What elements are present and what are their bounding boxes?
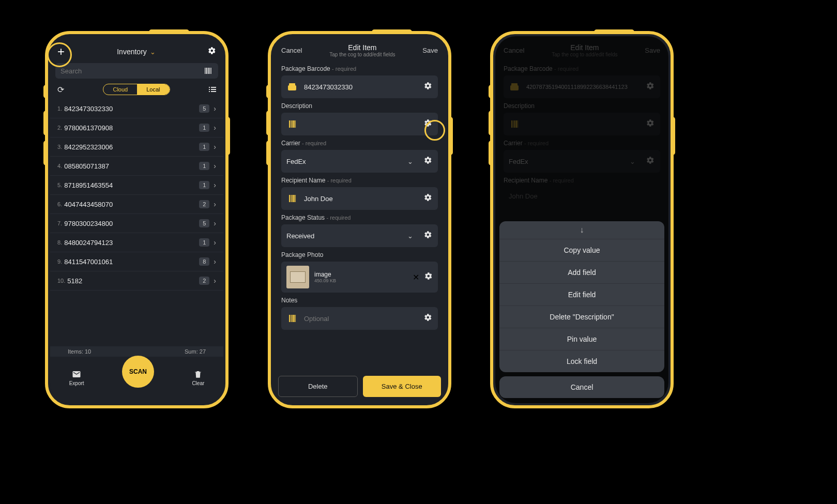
inventory-row[interactable]: 8.84800247941231› — [50, 233, 223, 252]
field-gear-button[interactable] — [423, 156, 433, 166]
row-count-badge: 1 — [199, 181, 209, 189]
field-gear-button[interactable] — [424, 272, 433, 282]
row-count-badge: 1 — [199, 162, 209, 170]
barcode-scan-icon[interactable] — [205, 68, 213, 74]
inventory-row[interactable]: 4.0858050713871› — [50, 157, 223, 176]
row-count-badge: 1 — [199, 143, 209, 151]
sheet-arrow-icon: ↓ — [499, 221, 664, 239]
row-barcode: 8423473032330 — [64, 105, 199, 113]
gear-icon — [423, 231, 433, 239]
barcode-field[interactable]: 8423473032330 — [281, 75, 438, 98]
chevron-right-icon: › — [214, 143, 216, 151]
field-gear-button[interactable] — [423, 231, 433, 241]
carrier-required: - required — [302, 140, 326, 146]
callout-gear-button — [424, 120, 445, 141]
inventory-row[interactable]: 10.51822› — [50, 271, 223, 291]
row-barcode: 4047443458070 — [64, 201, 199, 208]
description-field[interactable] — [281, 113, 438, 135]
clear-button[interactable]: Clear — [192, 370, 204, 386]
sheet-copy-value[interactable]: Copy value — [499, 239, 664, 262]
search-input[interactable] — [60, 67, 205, 75]
row-index: 7. — [57, 220, 62, 226]
row-index: 4. — [57, 163, 62, 169]
page-title-dropdown[interactable]: Inventory ⌄ — [117, 48, 156, 56]
description-label: Description — [281, 102, 312, 110]
phone-action-sheet: Cancel Edit Item Tap the cog to add/edit… — [490, 31, 674, 408]
chevron-right-icon: › — [214, 124, 216, 132]
sheet-add-field[interactable]: Add field — [499, 262, 664, 284]
notes-field[interactable]: Optional — [281, 307, 438, 330]
barcode-label: Package Barcode — [281, 65, 330, 72]
row-index: 5. — [57, 182, 62, 188]
seg-cloud[interactable]: Cloud — [103, 84, 137, 95]
chevron-right-icon: › — [214, 219, 216, 227]
chevron-right-icon: › — [214, 257, 216, 266]
photo-label: Package Photo — [281, 251, 323, 258]
row-index: 9. — [57, 258, 62, 265]
row-barcode: 8718951463554 — [64, 181, 199, 189]
carrier-field[interactable]: FedEx ⌄ — [281, 150, 438, 173]
recipient-label: Recipient Name — [281, 177, 325, 184]
chevron-down-icon: ⌄ — [150, 48, 156, 56]
items-count-label: Items: 10 — [68, 348, 91, 355]
chevron-down-icon: ⌄ — [407, 158, 413, 165]
inventory-row[interactable]: 7.97803002348005› — [50, 214, 223, 233]
save-button[interactable]: Save — [422, 47, 438, 54]
row-count-badge: 2 — [199, 200, 209, 208]
row-index: 10. — [57, 278, 65, 284]
row-barcode: 8422952323006 — [64, 143, 199, 151]
carrier-label: Carrier — [281, 140, 300, 147]
page-title-text: Inventory — [117, 48, 147, 56]
delete-button[interactable]: Delete — [278, 376, 358, 397]
inventory-row[interactable]: 6.40474434580702› — [50, 195, 223, 214]
row-barcode: 9780300234800 — [64, 220, 199, 227]
inventory-row[interactable]: 9.84115470010618› — [50, 252, 223, 271]
inventory-row[interactable]: 1.84234730323305› — [50, 99, 223, 118]
inventory-row[interactable]: 3.84229523230061› — [50, 138, 223, 157]
sheet-lock-field[interactable]: Lock field — [499, 350, 664, 372]
sheet-edit-field[interactable]: Edit field — [499, 284, 664, 306]
photo-field[interactable]: image 450.09 KB ✕ — [281, 262, 438, 293]
row-count-badge: 1 — [199, 124, 209, 132]
row-count-badge: 5 — [199, 104, 209, 113]
chevron-right-icon: › — [214, 277, 216, 285]
barcode-icon — [289, 120, 296, 128]
recipient-field[interactable]: John Doe — [281, 187, 438, 210]
field-gear-button[interactable] — [423, 313, 433, 324]
status-required: - required — [326, 215, 351, 221]
barcode-icon — [289, 315, 296, 322]
inventory-row[interactable]: 2.97800613709081› — [50, 118, 223, 138]
export-label: Export — [69, 380, 84, 386]
row-index: 6. — [57, 201, 62, 207]
chevron-right-icon: › — [214, 238, 216, 247]
notes-label: Notes — [281, 297, 297, 304]
cloud-local-toggle[interactable]: Cloud Local — [103, 84, 170, 95]
mail-icon — [72, 370, 81, 379]
gear-icon — [424, 272, 433, 280]
cancel-button[interactable]: Cancel — [281, 47, 302, 54]
settings-button[interactable] — [208, 47, 216, 57]
status-label: Package Status — [281, 214, 325, 221]
field-gear-button[interactable] — [423, 193, 433, 204]
sheet-cancel[interactable]: Cancel — [499, 376, 664, 398]
barcode-icon — [289, 195, 296, 202]
chevron-right-icon: › — [214, 162, 216, 170]
chevron-down-icon: ⌄ — [407, 232, 413, 240]
sheet-pin-value[interactable]: Pin value — [499, 328, 664, 350]
status-value: Received — [286, 232, 401, 240]
inventory-row[interactable]: 5.87189514635541› — [50, 176, 223, 195]
export-button[interactable]: Export — [69, 370, 84, 386]
remove-photo-icon[interactable]: ✕ — [413, 272, 419, 282]
search-bar[interactable] — [55, 63, 218, 79]
save-close-button[interactable]: Save & Close — [363, 376, 442, 397]
field-gear-button[interactable] — [423, 82, 433, 92]
seg-local[interactable]: Local — [137, 84, 169, 95]
recipient-required: - required — [327, 177, 352, 184]
refresh-icon[interactable]: ⟳ — [57, 85, 64, 95]
scan-button[interactable]: SCAN — [122, 356, 154, 388]
sheet-delete-field[interactable]: Delete "Description" — [499, 306, 664, 328]
gear-icon — [423, 82, 433, 90]
status-field[interactable]: Received ⌄ — [281, 224, 438, 247]
row-index: 2. — [57, 125, 62, 131]
list-view-toggle-icon[interactable] — [209, 87, 216, 92]
